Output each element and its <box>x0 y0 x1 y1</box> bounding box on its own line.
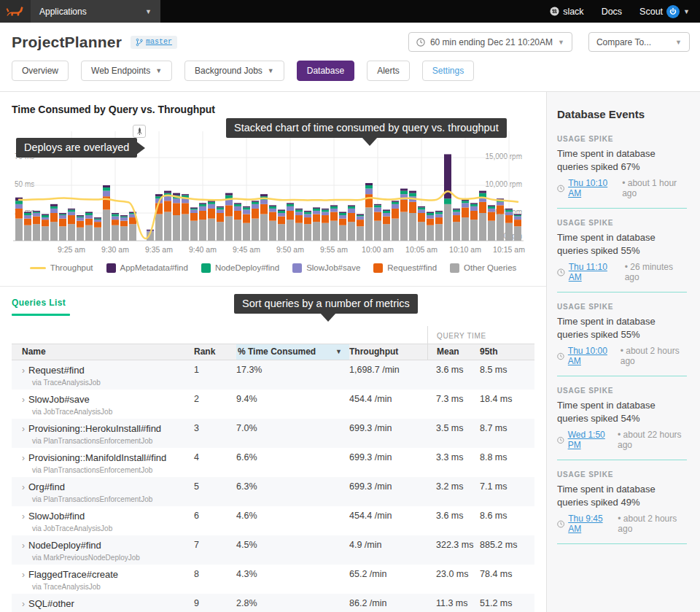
bar-segment-request-find[interactable] <box>488 212 495 220</box>
query-name-link[interactable]: SQL#other <box>28 598 74 609</box>
bar-segment-request-find[interactable] <box>24 219 31 225</box>
bar-segment-nodedeploy-find[interactable] <box>112 214 119 217</box>
bar-segment-appmetadata-find[interactable] <box>435 211 443 212</box>
bar-segment-other-queries[interactable] <box>269 221 276 241</box>
bar-segment-slowjob-save[interactable] <box>77 217 84 221</box>
bar-segment-appmetadata-find[interactable] <box>479 191 486 193</box>
bar-segment-slowjob-save[interactable] <box>418 209 425 213</box>
bar-segment-slowjob-save[interactable] <box>514 217 521 220</box>
bar-segment-other-queries[interactable] <box>129 224 136 241</box>
bar-segment-request-find[interactable] <box>217 213 224 222</box>
tab-alerts[interactable]: Alerts <box>367 61 410 81</box>
branch-link[interactable]: master <box>146 38 172 46</box>
bar-segment-appmetadata-find[interactable] <box>427 212 434 213</box>
query-name-cell[interactable]: ›NodeDeploy#findvia MarkPreviousNodeDepl… <box>12 538 194 562</box>
bar-segment-slowjob-save[interactable] <box>260 200 268 204</box>
compare-to-button[interactable]: Compare To... ▼ <box>588 32 690 52</box>
column-header-rank[interactable]: Rank <box>194 344 236 360</box>
bar-segment-other-queries[interactable] <box>68 224 75 241</box>
query-name-link[interactable]: NodeDeploy#find <box>28 540 101 551</box>
bar-segment-request-find[interactable] <box>339 219 346 225</box>
bar-segment-nodedeploy-find[interactable] <box>59 214 66 216</box>
bar-segment-appmetadata-find[interactable] <box>112 213 119 214</box>
bar-segment-nodedeploy-find[interactable] <box>392 202 399 204</box>
bar-segment-appmetadata-find[interactable] <box>365 183 373 185</box>
bar-segment-appmetadata-find[interactable] <box>234 203 241 204</box>
bar-segment-request-find[interactable] <box>234 211 241 220</box>
bar-segment-slowjob-save[interactable] <box>357 217 364 220</box>
bar-segment-slowjob-save[interactable] <box>374 207 381 212</box>
bar-segment-nodedeploy-find[interactable] <box>427 213 434 215</box>
bar-segment-appmetadata-find[interactable] <box>94 217 101 219</box>
bar-segment-nodedeploy-find[interactable] <box>252 202 259 204</box>
bar-segment-other-queries[interactable] <box>497 214 504 241</box>
bar-segment-other-queries[interactable] <box>339 225 346 241</box>
bar-segment-nodedeploy-find[interactable] <box>374 205 381 207</box>
user-menu[interactable]: Scout ▼ <box>639 5 690 18</box>
legend-item-request-find[interactable]: Request#find <box>373 263 437 273</box>
bar-segment-other-queries[interactable] <box>400 212 408 241</box>
bar-segment-other-queries[interactable] <box>295 223 303 241</box>
bar-segment-slowjob-save[interactable] <box>505 212 513 215</box>
bar-segment-nodedeploy-find[interactable] <box>462 201 469 203</box>
bar-segment-other-queries[interactable] <box>173 215 180 241</box>
query-name-link[interactable]: Provisioning::HerokuInstall#find <box>28 423 161 434</box>
bar-segment-nodedeploy-find[interactable] <box>234 204 241 206</box>
bar-segment-appmetadata-find[interactable] <box>182 194 189 195</box>
bar-segment-request-find[interactable] <box>374 212 381 220</box>
bar-segment-nodedeploy-find[interactable] <box>94 219 101 220</box>
bar-segment-request-find[interactable] <box>129 217 136 224</box>
bar-segment-nodedeploy-find[interactable] <box>85 213 93 215</box>
bar-segment-nodedeploy-find[interactable] <box>444 198 451 204</box>
bar-segment-request-find[interactable] <box>182 203 189 214</box>
bar-segment-other-queries[interactable] <box>155 214 163 241</box>
deploy-marker[interactable] <box>133 125 146 138</box>
bar-segment-other-queries[interactable] <box>322 223 329 241</box>
bar-segment-other-queries[interactable] <box>444 204 451 241</box>
bar-segment-request-find[interactable] <box>50 213 58 222</box>
bar-segment-other-queries[interactable] <box>112 225 119 241</box>
bar-segment-nodedeploy-find[interactable] <box>348 206 355 209</box>
legend-item-throughput[interactable]: Throughput <box>30 263 93 272</box>
bar-segment-nodedeploy-find[interactable] <box>418 207 425 209</box>
bar-segment-other-queries[interactable] <box>488 221 495 241</box>
bar-segment-appmetadata-find[interactable] <box>77 215 84 217</box>
bar-segment-slowjob-save[interactable] <box>278 213 285 217</box>
bar-segment-slowjob-save[interactable] <box>383 213 390 217</box>
query-name-cell[interactable]: ›SQL#othervia AlertConditionRunJob <box>12 597 194 612</box>
bar-segment-nodedeploy-find[interactable] <box>295 209 303 212</box>
bar-segment-slowjob-save[interactable] <box>427 215 434 219</box>
bar-segment-slowjob-save[interactable] <box>470 206 478 211</box>
bar-segment-other-queries[interactable] <box>383 224 390 241</box>
bar-segment-nodedeploy-find[interactable] <box>357 215 364 217</box>
bar-segment-request-find[interactable] <box>304 217 311 224</box>
bar-segment-other-queries[interactable] <box>409 213 416 241</box>
bar-segment-appmetadata-find[interactable] <box>505 209 513 210</box>
column-header-pct-time-consumed[interactable]: % Time Consumed ▼ <box>236 344 349 360</box>
bar-segment-request-find[interactable] <box>514 220 521 226</box>
bar-segment-appmetadata-find[interactable] <box>155 194 163 196</box>
bar-segment-appmetadata-find[interactable] <box>269 205 276 206</box>
column-header-mean[interactable]: Mean <box>427 344 478 360</box>
bar-segment-slowjob-save[interactable] <box>85 215 93 219</box>
bar-segment-other-queries[interactable] <box>85 225 93 241</box>
query-name-cell[interactable]: ›SlowJob#savevia JobTraceAnalysisJob <box>12 392 194 416</box>
bar-segment-slowjob-save[interactable] <box>24 215 31 219</box>
bar-segment-other-queries[interactable] <box>190 221 198 241</box>
query-table-row[interactable]: ›SQL#othervia AlertConditionRunJob92.8%8… <box>12 594 534 612</box>
bar-segment-other-queries[interactable] <box>287 220 294 241</box>
legend-item-nodedeploy-find[interactable]: NodeDeploy#find <box>201 263 279 273</box>
bar-segment-nodedeploy-find[interactable] <box>514 215 521 217</box>
bar-segment-request-find[interactable] <box>15 209 23 219</box>
query-table-row[interactable]: ›Provisioning::HerokuInstall#findvia Pla… <box>12 419 534 448</box>
bar-segment-other-queries[interactable] <box>278 224 285 241</box>
bar-segment-other-queries[interactable] <box>234 220 241 241</box>
bar-segment-appmetadata-find[interactable] <box>488 205 495 206</box>
query-name-cell[interactable]: ›Provisioning::ManifoldInstall#findvia P… <box>12 451 194 474</box>
time-range-button[interactable]: 60 min ending Dec 21 10:20AM ▼ <box>408 32 572 52</box>
bar-segment-appmetadata-find[interactable] <box>470 203 478 204</box>
legend-item-slowjob-save[interactable]: SlowJob#save <box>292 263 360 273</box>
bar-segment-appmetadata-find[interactable] <box>392 201 399 202</box>
bar-segment-request-find[interactable] <box>260 204 268 214</box>
bar-segment-other-queries[interactable] <box>514 226 521 241</box>
